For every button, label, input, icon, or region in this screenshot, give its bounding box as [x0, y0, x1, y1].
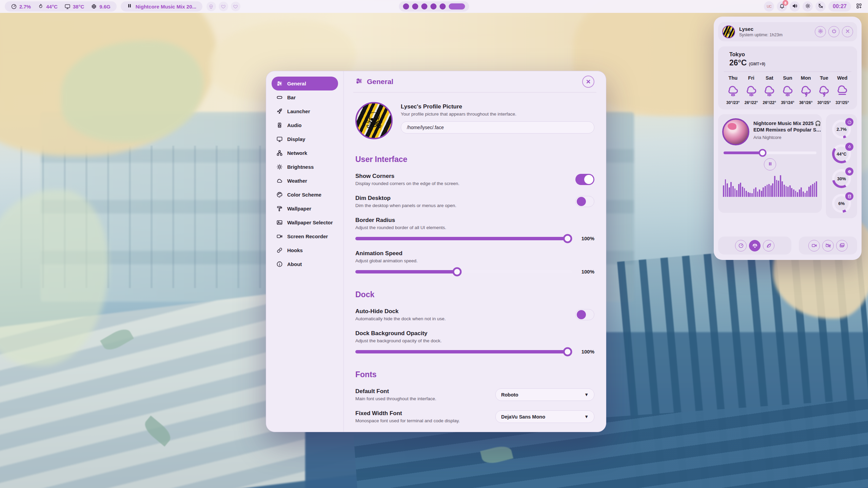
workspace-dot[interactable] — [412, 3, 418, 9]
show-corners-toggle[interactable] — [575, 174, 594, 185]
skull-avatar-glyph: ☠ — [725, 28, 732, 36]
section-fonts: Fonts — [355, 370, 594, 379]
sidebar-item-color-scheme[interactable]: Color Scheme — [272, 188, 338, 202]
progress-knob[interactable] — [759, 149, 767, 157]
sidebar-item-label: Wallpaper — [287, 206, 311, 211]
sidebar-item-audio[interactable]: Audio — [272, 118, 338, 132]
chip-gauge: 30% — [832, 169, 851, 188]
media-pill[interactable]: Nightcore Music Mix 20... — [121, 1, 202, 12]
track-title-line1: Nightcore Music Mix 2025 🎧 — [753, 120, 818, 127]
skull-quick-button[interactable] — [206, 2, 216, 11]
gauge-gauge: 2.7% — [832, 120, 851, 139]
top-bar: 2.7%44°C38°C9.6G Nightcore Music Mix 20.… — [0, 0, 868, 13]
fixed-font-select[interactable]: DejaVu Sans Mono ▼ — [495, 410, 594, 423]
sidebar-item-hooks[interactable]: Hooks — [272, 243, 338, 257]
profile-avatar: ☠ — [355, 102, 393, 139]
dim-desktop-toggle[interactable] — [575, 196, 594, 207]
sidebar-item-weather[interactable]: Weather — [272, 174, 338, 188]
fixed-font-description: Monospace font used for terminal and cod… — [355, 418, 495, 423]
animation-speed-label: Animation Speed — [355, 250, 594, 257]
media-player-card: Nightcore Music Mix 2025 🎧 EDM Remixes o… — [718, 114, 822, 213]
forecast-temps: 30°/23° — [724, 100, 742, 105]
rain-weather-icon — [742, 85, 761, 98]
settings-button[interactable] — [815, 26, 826, 37]
visualizer-bar — [772, 183, 773, 197]
divider — [724, 72, 851, 72]
brightness-button[interactable] — [803, 1, 813, 12]
forecast-temps: 26°/22° — [760, 100, 778, 105]
tray-app-button[interactable]: UC — [764, 1, 774, 12]
workspace-active[interactable] — [449, 3, 465, 9]
workspace-dot[interactable] — [431, 3, 437, 9]
visualizer-bar — [732, 186, 734, 197]
sidebar-item-about[interactable]: About — [272, 257, 338, 271]
gauge-action-button[interactable] — [735, 240, 747, 251]
border-radius-slider[interactable] — [355, 237, 572, 240]
workspace-dot[interactable] — [421, 3, 428, 9]
power-button[interactable] — [828, 26, 840, 37]
visualizer-bar — [814, 183, 815, 197]
system-stats-island: 2.7%44°C38°C9.6G — [5, 1, 117, 12]
sidebar-item-network[interactable]: Network — [272, 146, 338, 160]
pause-button[interactable] — [764, 158, 776, 170]
gauge-icon — [11, 3, 17, 9]
video-action-button[interactable] — [808, 240, 820, 251]
visualizer-bar — [799, 189, 800, 197]
notifications-button[interactable]: 8 — [777, 1, 787, 12]
animation-speed-description: Adjust global animation speed. — [355, 258, 594, 263]
workspace-dot[interactable] — [440, 3, 446, 9]
forecast-day-label: Sun — [778, 75, 797, 81]
sidebar-item-wallpaper-selector[interactable]: Wallpaper Selector — [272, 216, 338, 229]
sidebar-item-brightness[interactable]: Brightness — [272, 160, 338, 174]
rain-weather-icon — [778, 85, 797, 98]
profile-path-input[interactable] — [401, 121, 594, 134]
sidebar-item-label: Network — [287, 150, 307, 156]
slider-knob[interactable] — [563, 234, 572, 243]
default-font-select[interactable]: Roboto ▼ — [495, 388, 594, 401]
visualizer-bar — [784, 185, 785, 197]
night-mode-button[interactable] — [815, 1, 826, 12]
workspace-dot[interactable] — [403, 3, 409, 9]
page-title: General — [367, 78, 393, 86]
clock[interactable]: 00:27 — [828, 1, 851, 12]
forecast-temps: 35°/24° — [778, 100, 797, 105]
animation-speed-slider[interactable] — [355, 270, 572, 273]
chip-stat: 9.6G — [91, 3, 111, 9]
track-progress-slider[interactable] — [724, 151, 816, 154]
sidebar-item-bar[interactable]: Bar — [272, 90, 338, 104]
track-title-line2: EDM Remixes of Popular S… — [753, 127, 818, 133]
leaf-action-button[interactable] — [763, 240, 774, 251]
sidebar-item-general[interactable]: General — [272, 77, 338, 90]
camoff-action-button[interactable] — [822, 240, 834, 251]
heart-quick-button[interactable] — [231, 2, 240, 11]
panel-close-button[interactable] — [842, 26, 853, 37]
stat-value: 38°C — [73, 4, 84, 9]
forecast-day-mon: Mon36°/26° — [797, 75, 815, 105]
visualizer-bar — [808, 187, 810, 197]
settings-content: General ✕ ☠ Lysec's Profile Picture Your… — [343, 71, 606, 432]
db-icon — [845, 192, 853, 200]
forecast-day-fri: Fri26°/22° — [742, 75, 761, 105]
visualizer-bar — [782, 181, 783, 197]
sidebar-item-wallpaper[interactable]: Wallpaper — [272, 202, 338, 216]
dock-opacity-slider[interactable] — [355, 350, 572, 353]
camoff-icon — [825, 243, 831, 248]
sidebar-item-launcher[interactable]: Launcher — [272, 104, 338, 118]
gallery-action-button[interactable] — [836, 240, 848, 251]
heart-quick-button[interactable] — [219, 2, 228, 11]
forecast-day-sun: Sun35°/24° — [778, 75, 797, 105]
barpill-icon — [276, 94, 283, 101]
sidebar-item-screen-recorder[interactable]: Screen Recorder — [272, 229, 338, 243]
fixed-font-value: DejaVu Sans Mono — [501, 414, 545, 420]
auto-hide-dock-toggle[interactable] — [575, 309, 594, 320]
track-artist: Aria Nightcore — [753, 135, 818, 140]
close-button[interactable]: ✕ — [582, 76, 594, 88]
section-dock: Dock — [355, 290, 594, 299]
slider-knob[interactable] — [563, 347, 572, 356]
slider-knob[interactable] — [453, 267, 462, 276]
sidebar-item-display[interactable]: Display — [272, 132, 338, 146]
volume-button[interactable] — [790, 1, 800, 12]
monitor-icon — [64, 3, 71, 9]
scales-action-button[interactable] — [749, 240, 761, 251]
app-launcher-button[interactable] — [854, 1, 864, 12]
